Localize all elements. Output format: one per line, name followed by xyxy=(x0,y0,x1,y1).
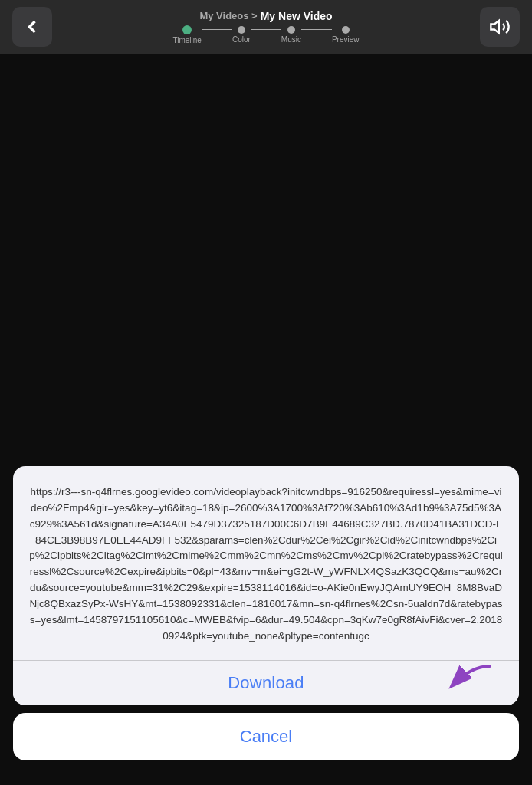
timeline-step-music[interactable]: Music xyxy=(281,26,301,44)
arrow-icon xyxy=(435,659,496,705)
top-bar-title-area: My Videos > My New Video Timeline Color … xyxy=(58,10,474,44)
download-section: Download xyxy=(13,661,519,705)
volume-icon xyxy=(489,16,511,38)
download-button[interactable]: Download xyxy=(228,673,304,693)
url-section: https://r3---sn-q4flrnes.googlevideo.com… xyxy=(13,466,519,661)
video-title: My New Video xyxy=(261,10,333,22)
back-button[interactable] xyxy=(12,7,52,47)
timeline-step-color[interactable]: Color xyxy=(232,26,251,44)
cancel-container: Cancel xyxy=(13,713,519,760)
dialog-main: https://r3---sn-q4flrnes.googlevideo.com… xyxy=(13,466,519,705)
cancel-button[interactable]: Cancel xyxy=(13,713,519,760)
overlay: https://r3---sn-q4flrnes.googlevideo.com… xyxy=(0,54,532,785)
arrow-back-icon xyxy=(21,16,43,38)
timeline-step-preview[interactable]: Preview xyxy=(332,26,360,44)
timeline-step-timeline[interactable]: Timeline xyxy=(172,25,201,44)
dialog-container: https://r3---sn-q4flrnes.googlevideo.com… xyxy=(13,466,519,776)
breadcrumb: My Videos > xyxy=(199,10,257,21)
url-text: https://r3---sn-q4flrnes.googlevideo.com… xyxy=(28,484,504,645)
volume-button[interactable] xyxy=(480,7,520,47)
timeline-steps: Timeline Color Music Preview xyxy=(58,25,474,44)
svg-marker-0 xyxy=(491,21,499,33)
top-bar: My Videos > My New Video Timeline Color … xyxy=(0,0,532,54)
arrow-annotation xyxy=(435,659,496,705)
